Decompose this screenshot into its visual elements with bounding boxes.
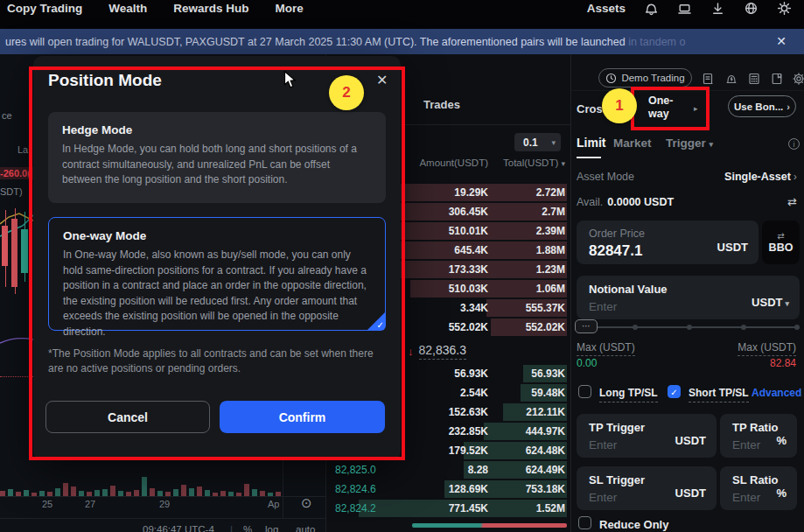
info-icon[interactable]: i (788, 138, 800, 150)
max-sell-value: 82.84 (770, 357, 796, 369)
order-price-unit: USDT (717, 241, 748, 254)
auto-scale-button[interactable]: auto (296, 524, 315, 532)
tp-ratio-unit: % (776, 434, 787, 447)
calculator-icon[interactable] (747, 72, 761, 86)
notional-value-field[interactable]: Notional Value Enter USDT▾ (577, 276, 800, 319)
reduce-only-label: Reduce Only (599, 518, 668, 531)
trading-app: Copy Trading Wealth Rewards Hub More Ass… (0, 0, 804, 532)
volume-bar (197, 486, 202, 496)
slider-handle[interactable]: ⋯ (575, 319, 598, 333)
alert-icon[interactable] (724, 72, 738, 86)
short-tpsl-checkbox[interactable]: ✓ (668, 385, 681, 398)
notional-unit-select[interactable]: USDT▾ (752, 296, 789, 309)
nav-copy-trading[interactable]: Copy Trading (7, 2, 82, 15)
order-price-field[interactable]: Order Price 82847.1 USDT (577, 220, 759, 264)
report-icon[interactable] (701, 72, 715, 86)
volume-bar (110, 486, 115, 496)
clock-readout: 09:46:47 UTC-4 (143, 524, 214, 532)
sl-ratio-field[interactable]: SL Ratio Enter % (720, 466, 797, 510)
chevron-right-icon: › (787, 102, 790, 112)
nav-rewards-hub[interactable]: Rewards Hub (173, 2, 248, 15)
column-total[interactable]: Total(USDT) ▾ (488, 158, 565, 168)
demo-trading-button[interactable]: Demo Trading (598, 68, 692, 88)
notional-placeholder: Enter (589, 300, 617, 313)
volume-bars (0, 474, 281, 496)
chevron-right-icon: › (794, 171, 797, 183)
close-icon[interactable]: ✕ (776, 34, 787, 48)
sl-trigger-placeholder: Enter (589, 491, 617, 504)
tab-market[interactable]: Market (613, 136, 652, 150)
globe-icon[interactable] (744, 1, 759, 16)
max-buy-label: Max (USDT) (577, 341, 635, 356)
announcement-banner: ures will open trading for WALUSDT, PAXG… (0, 29, 804, 54)
axis-tick: 27 (85, 499, 95, 509)
axis-tick: 25 (42, 499, 52, 509)
panel-toolbar: Demo Trading (571, 54, 804, 91)
bid-row[interactable]: 82,824.2 771.45K 1.52M (326, 499, 571, 518)
slider-dot[interactable] (687, 325, 692, 330)
order-price-value: 82847.1 (589, 242, 642, 260)
bell-icon[interactable] (644, 1, 659, 16)
tab-limit[interactable]: Limit (577, 136, 605, 150)
percent-scale-button[interactable]: % (243, 524, 252, 532)
slider-dot[interactable] (741, 325, 746, 330)
bbo-button[interactable]: ⇄ BBO (762, 220, 800, 264)
axis-tick: Ap (268, 499, 279, 509)
clock-icon (605, 73, 617, 84)
tab-trigger[interactable]: Trigger ▾ (666, 136, 713, 150)
volume-bar (63, 483, 68, 496)
cursor-pointer (283, 71, 299, 89)
tab-trades[interactable]: Trades (423, 98, 460, 111)
reduce-only-checkbox[interactable] (578, 516, 591, 529)
asset-mode-label: Asset Mode (577, 171, 634, 183)
volume-bar (102, 489, 108, 496)
candlestick (21, 212, 28, 285)
swap-icon: ⇄ (777, 231, 784, 241)
long-tpsl-checkbox[interactable] (578, 385, 591, 398)
bid-row[interactable]: 82,824.6 128.69K 753.18K (326, 480, 571, 499)
asset-mode-value: Single-Asset› (724, 171, 797, 183)
candlestick (2, 210, 8, 294)
annotation-box-modal (29, 66, 405, 460)
tp-trigger-unit: USDT (675, 434, 706, 447)
sl-ratio-placeholder: Enter (732, 491, 760, 504)
tp-trigger-field[interactable]: TP Trigger Enter USDT (577, 414, 717, 458)
demo-trading-label: Demo Trading (621, 73, 684, 83)
group-size-select[interactable]: 0.1 ▾ (514, 133, 561, 151)
transfer-icon[interactable]: ⇄ (787, 195, 797, 208)
advanced-link[interactable]: Advanced (752, 387, 801, 399)
chart-text-fragment: ce (2, 110, 12, 121)
last-price: 82,836.3 (419, 343, 467, 360)
max-buy-value: 0.00 (577, 357, 597, 369)
nav-wealth[interactable]: Wealth (108, 2, 147, 15)
log-scale-button[interactable]: log (265, 524, 278, 532)
target-icon[interactable]: ⊙ (301, 495, 312, 511)
bbo-label: BBO (769, 242, 794, 254)
tp-ratio-field[interactable]: TP Ratio Enter % (720, 414, 797, 458)
monitor-icon[interactable] (677, 1, 692, 16)
volume-bar (24, 490, 29, 496)
volume-bar (142, 477, 147, 496)
theme-icon[interactable] (777, 1, 792, 16)
tp-ratio-label: TP Ratio (732, 421, 779, 434)
volume-bar (55, 488, 60, 496)
slider-dot[interactable] (794, 325, 800, 330)
gear-icon[interactable] (792, 72, 804, 86)
sl-trigger-unit: USDT (675, 486, 706, 500)
notebook-icon[interactable] (770, 72, 784, 86)
sl-trigger-field[interactable]: SL Trigger Enter USDT (577, 466, 717, 510)
slider-dot[interactable] (633, 325, 638, 330)
volume-bar (8, 489, 13, 496)
group-size-value: 0.1 (523, 136, 551, 149)
nav-more[interactable]: More (276, 2, 304, 15)
down-arrow-icon: ↓ (408, 345, 414, 358)
asset-mode-row[interactable]: Asset Mode Single-Asset› (577, 171, 797, 183)
candlestick (11, 208, 17, 296)
chart-text-fragment: SDT) (0, 186, 23, 197)
download-icon[interactable] (710, 1, 725, 16)
nav-assets[interactable]: Assets (587, 2, 626, 15)
toolbar-divider: | (230, 524, 233, 532)
use-bonus-button[interactable]: Use Bon... › (728, 95, 796, 117)
chevron-down-icon: ▾ (551, 138, 556, 147)
bid-row[interactable]: 82,825.0 8.28 624.49K (326, 460, 571, 480)
